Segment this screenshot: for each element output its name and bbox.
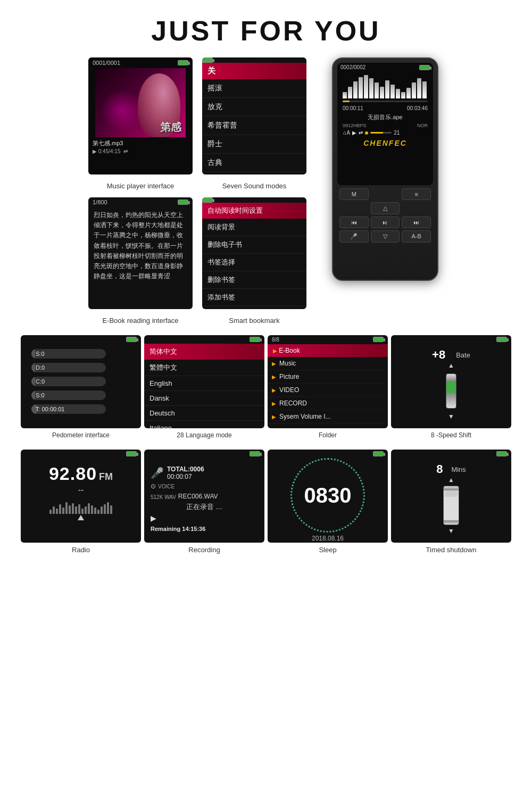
- device-top-bar: 0002/0002: [337, 63, 433, 72]
- radio-panel: 92.80 FM --: [21, 450, 141, 543]
- speed-top-bar: [391, 335, 511, 344]
- eq-bar: [375, 82, 379, 98]
- sound-menu-item-5[interactable]: 古典: [202, 154, 306, 172]
- next-button[interactable]: ⏭: [402, 217, 431, 228]
- bookmark-item-4[interactable]: 添加书签: [202, 289, 306, 306]
- eq-bar: [343, 92, 347, 98]
- scale-bar: [72, 503, 74, 514]
- folder-item-0[interactable]: E-Book: [279, 347, 300, 354]
- lang-item-2[interactable]: English: [144, 376, 264, 391]
- rec-filename: REC006.WAV: [178, 493, 218, 500]
- shutdown-value: 8: [436, 462, 443, 476]
- battery-icon-3: [178, 200, 188, 205]
- sound-menu-item-2[interactable]: 放克: [202, 98, 306, 117]
- shuffle-icon: ⇄: [123, 148, 128, 154]
- play-icon: ▶: [352, 130, 356, 136]
- lang-item-1[interactable]: 繁體中文: [144, 360, 264, 376]
- speed-header: +8 Bate: [395, 348, 507, 362]
- speed-up-arrow[interactable]: ▲: [448, 362, 454, 369]
- bottom-labels-row: Radio Recording Sleep Timed shutdown: [0, 543, 532, 554]
- rec-play-icon[interactable]: ▶: [151, 514, 156, 522]
- time-elapsed: 00:00:11: [343, 105, 363, 111]
- scale-bar: [85, 506, 87, 514]
- large-device: 0002/0002: [332, 57, 438, 281]
- progress-bar: [343, 101, 428, 102]
- scale-bar: [104, 504, 106, 514]
- lang-item-5[interactable]: Italiano: [144, 421, 264, 428]
- volume-bar: [370, 132, 392, 134]
- music-top-bar: 0001/0001: [88, 57, 193, 68]
- eq-bar: [422, 81, 427, 98]
- bookmark-screen: 自动阅读时间设置 阅读背景 删除电子书 书签选择 删除书签 添加书签: [202, 197, 306, 309]
- shutdown-down-arrow[interactable]: ▼: [448, 527, 454, 535]
- menu-button[interactable]: ≡: [402, 188, 431, 200]
- time-info: 00:00:11 00:03:46: [337, 104, 433, 112]
- shutdown-up-arrow[interactable]: ▲: [448, 476, 454, 484]
- eq-icon: ⇄: [359, 130, 363, 136]
- ab-button[interactable]: A-B: [402, 230, 431, 243]
- pedo-top-bar: [21, 335, 141, 344]
- radio-top-bar: [21, 450, 141, 458]
- shutdown-header: 8 Mins: [395, 462, 507, 476]
- radio-label: Radio: [21, 546, 141, 554]
- speed-down-arrow[interactable]: ▼: [448, 413, 454, 420]
- speed-slider[interactable]: [446, 373, 456, 409]
- down-button[interactable]: ▽: [371, 230, 400, 243]
- progress-fill: [343, 101, 350, 102]
- prev-button[interactable]: ⏮: [339, 217, 369, 228]
- folder-row-3[interactable]: ▶ VIDEO: [268, 384, 388, 397]
- album-art: 第感: [95, 68, 186, 137]
- folder-row-5[interactable]: ▶ Sysem Volume I...: [268, 410, 388, 423]
- play-pause-button[interactable]: ⏯: [371, 217, 400, 228]
- ebook-content: 烈日如炎，灼热的阳光从天空上倾洒下来，令得整片大地都是处于一片蒸腾之中，杨柳微垂…: [88, 207, 193, 285]
- bookmark-item-3[interactable]: 删除书签: [202, 271, 306, 289]
- rec-remaining: Remaining 14:15:36: [151, 526, 258, 532]
- sound-modes-label: Seven Sound modes: [202, 182, 306, 190]
- rec-voice-row: ⊙ VOICE: [151, 483, 258, 490]
- folder-item-2: Picture: [279, 373, 299, 380]
- lang-item-3[interactable]: Dansk: [144, 391, 264, 406]
- shutdown-slider[interactable]: [443, 486, 459, 525]
- volume-dot: [365, 131, 368, 135]
- folder-header-item: ▶ E-Book: [268, 344, 388, 357]
- shutdown-slider-handle: [445, 491, 458, 497]
- album-title: 第感: [160, 120, 181, 135]
- battery-icon-shutdown: [496, 451, 507, 456]
- up-button[interactable]: △: [371, 202, 400, 214]
- folder-row-2[interactable]: ▶ Picture: [268, 370, 388, 384]
- pedo-bar-d: D:0: [31, 363, 106, 372]
- sound-menu-item-3[interactable]: 希普霍普: [202, 117, 306, 135]
- scale-bar: [59, 504, 61, 514]
- pedo-bar-s2: S:0: [31, 390, 106, 400]
- grid-labels-row: Pedometer interface 28 Language mode Fol…: [0, 428, 532, 439]
- folder-panel: 8/8 ▶ E-Book ▶ Music ▶ Picture ▶ VIDEO ▶…: [268, 335, 388, 428]
- mic-button[interactable]: 🎤: [339, 230, 369, 243]
- sleep-time-display: 0830: [304, 484, 352, 508]
- sound-menu-item-4[interactable]: 爵士: [202, 135, 306, 154]
- bookmark-item-2[interactable]: 书签选择: [202, 254, 306, 271]
- sound-menu-item-1[interactable]: 摇滚: [202, 79, 306, 98]
- device-screen: 0002/0002: [337, 63, 433, 185]
- battery-icon-sleep: [373, 451, 384, 456]
- folder-row-1[interactable]: ▶ Music: [268, 357, 388, 370]
- scale-bar: [75, 506, 77, 514]
- bookmark-top-bar: [202, 197, 306, 203]
- battery-icon-4: [202, 197, 213, 203]
- bookmark-item-0[interactable]: 阅读背景: [202, 219, 306, 236]
- radio-content: 92.80 FM --: [21, 458, 141, 526]
- sleep-date: 2018.08.16: [312, 535, 344, 542]
- scale-bar: [91, 505, 93, 514]
- battery-icon-radio: [126, 451, 137, 456]
- bookmark-item-1[interactable]: 删除电子书: [202, 236, 306, 254]
- rec-mic-row: 🎤 TOTAL:0006 00:00:07: [151, 466, 258, 480]
- rec-time: 00:00:07: [167, 473, 204, 480]
- eq-bar: [385, 80, 389, 98]
- pedo-bar-s1: S:0: [31, 349, 106, 359]
- album-glow: [101, 89, 143, 132]
- volume-value: 21: [394, 130, 400, 136]
- device-column: 0002/0002: [327, 57, 444, 281]
- lang-item-4[interactable]: Deutsch: [144, 406, 264, 421]
- eq-bar: [353, 81, 358, 98]
- folder-row-4[interactable]: ▶ RECORD: [268, 397, 388, 410]
- m-button[interactable]: M: [339, 188, 369, 200]
